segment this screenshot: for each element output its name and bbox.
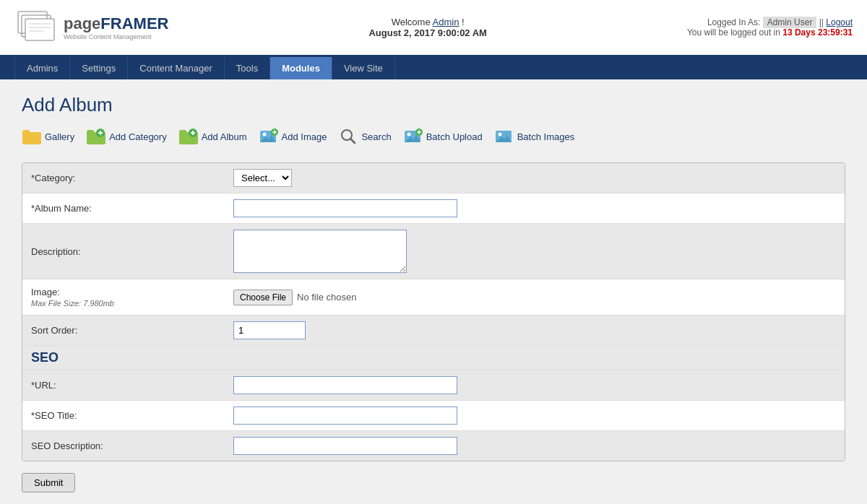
- toolbar: Gallery Add Category: [22, 128, 845, 145]
- welcome-text: Welcome Admin !: [368, 17, 487, 27]
- seo-desc-input[interactable]: [233, 437, 457, 455]
- choose-file-button[interactable]: Choose File: [233, 290, 293, 305]
- username-link[interactable]: Admin: [433, 17, 460, 27]
- url-label: *URL:: [22, 370, 225, 400]
- add-album-icon: [178, 128, 199, 145]
- seo-desc-row: SEO Description:: [22, 431, 845, 461]
- welcome-area: Welcome Admin ! August 2, 2017 9:00:02 A…: [368, 17, 487, 38]
- submit-button[interactable]: Submit: [22, 473, 75, 492]
- album-name-row: *Album Name:: [22, 194, 845, 224]
- seo-section-header: SEO: [22, 346, 845, 370]
- page-header: pageFRAMER Website Content Management We…: [0, 0, 867, 57]
- toolbar-add-category[interactable]: Add Category: [86, 128, 167, 145]
- logo-svg: [14, 6, 58, 49]
- logged-in-status: Logged In As: Admin User || Logout: [687, 17, 853, 27]
- svg-rect-2: [25, 19, 54, 40]
- nav-settings[interactable]: Settings: [70, 57, 128, 79]
- nav-modules[interactable]: Modules: [270, 57, 332, 79]
- svg-point-28: [407, 133, 410, 136]
- sort-order-row: Sort Order:: [22, 316, 845, 346]
- add-album-form: *Category: Select... *Album Name: Descri…: [22, 162, 845, 461]
- url-input[interactable]: [233, 376, 457, 394]
- description-field: [225, 224, 845, 279]
- toolbar-gallery[interactable]: Gallery: [22, 128, 74, 145]
- logged-in-user: Admin User: [763, 17, 817, 28]
- image-label: Image: Max File Size: 7.980mb: [22, 279, 225, 315]
- sort-order-field: [225, 316, 845, 345]
- category-select[interactable]: Select...: [233, 169, 292, 187]
- toolbar-add-album[interactable]: Add Album: [178, 128, 247, 145]
- session-time: 13 Days 23:59:31: [782, 27, 853, 38]
- seo-title-field: [225, 401, 845, 430]
- toolbar-batch-images[interactable]: Batch Images: [494, 128, 575, 145]
- svg-rect-7: [22, 130, 30, 134]
- logo-icon: [14, 6, 58, 49]
- description-label: Description:: [22, 224, 225, 279]
- nav-content-manager[interactable]: Content Manager: [128, 57, 224, 79]
- description-row: Description:: [22, 224, 845, 279]
- album-name-input[interactable]: [233, 199, 457, 217]
- toolbar-batch-upload[interactable]: Batch Upload: [403, 128, 483, 145]
- logo-subtitle: Website Content Management: [64, 33, 168, 40]
- file-input-wrapper: Choose File No file chosen: [233, 290, 356, 305]
- logo-text-area: pageFRAMER Website Content Management: [64, 14, 168, 40]
- datetime: August 2, 2017 9:00:02 AM: [368, 27, 487, 38]
- sort-order-input[interactable]: [233, 321, 306, 339]
- toolbar-add-image[interactable]: Add Image: [259, 128, 327, 145]
- seo-title-input[interactable]: [233, 407, 457, 425]
- album-name-field: [225, 194, 845, 223]
- image-field: Choose File No file chosen: [225, 279, 845, 315]
- login-area: Logged In As: Admin User || Logout You w…: [687, 17, 853, 38]
- add-category-icon: [86, 128, 106, 145]
- svg-line-25: [350, 139, 355, 143]
- svg-rect-6: [22, 132, 41, 144]
- svg-rect-9: [87, 130, 94, 134]
- logout-link[interactable]: Logout: [826, 17, 853, 27]
- toolbar-search[interactable]: Search: [338, 128, 391, 145]
- seo-desc-field: [225, 431, 845, 461]
- category-row: *Category: Select...: [22, 163, 845, 194]
- batch-images-icon: [494, 128, 514, 145]
- album-name-label: *Album Name:: [22, 194, 225, 223]
- image-row: Image: Max File Size: 7.980mb Choose Fil…: [22, 279, 845, 316]
- seo-title-row: *SEO Title:: [22, 401, 845, 431]
- description-textarea[interactable]: [233, 230, 407, 273]
- main-nav: Admins Settings Content Manager Tools Mo…: [0, 57, 867, 79]
- session-info: You will be logged out in 13 Days 23:59:…: [687, 27, 853, 38]
- svg-point-34: [498, 133, 501, 136]
- batch-upload-icon: [403, 128, 423, 145]
- category-field: Select...: [225, 163, 845, 193]
- folder-icon: [22, 128, 42, 145]
- svg-point-20: [262, 133, 266, 136]
- nav-admins[interactable]: Admins: [14, 57, 70, 79]
- add-image-icon: [259, 128, 279, 145]
- sort-order-label: Sort Order:: [22, 316, 225, 345]
- page-title: Add Album: [22, 94, 845, 116]
- seo-desc-label: SEO Description:: [22, 431, 225, 461]
- url-row: *URL:: [22, 370, 845, 401]
- svg-rect-14: [179, 130, 186, 134]
- category-label: *Category:: [22, 163, 225, 193]
- logo-area: pageFRAMER Website Content Management: [14, 6, 168, 49]
- page-content: Add Album Gallery Add Category: [0, 79, 867, 504]
- nav-view-site[interactable]: View Site: [332, 57, 395, 79]
- seo-title-label: *SEO Title:: [22, 401, 225, 430]
- search-icon: [338, 128, 358, 145]
- file-no-chosen: No file chosen: [297, 292, 356, 303]
- nav-tools[interactable]: Tools: [225, 57, 270, 79]
- url-field: [225, 370, 845, 400]
